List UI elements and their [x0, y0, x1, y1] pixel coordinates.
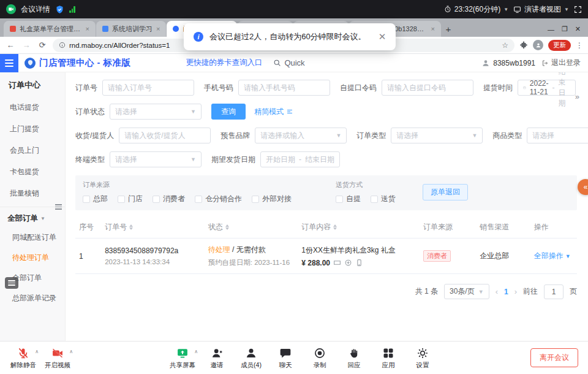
tab-close-icon[interactable]: × — [156, 25, 160, 32]
goods-type-select[interactable]: 请选择 ▼ — [527, 128, 588, 143]
browser-menu-icon[interactable]: ⋮ — [576, 41, 583, 50]
sort-icon[interactable] — [225, 224, 229, 230]
browser-update-button[interactable]: 更新 — [548, 40, 571, 51]
sidebar-item-city-delivery-orders[interactable]: 同城配送订单 — [0, 227, 65, 248]
forward-icon[interactable]: → — [21, 40, 32, 50]
all-actions-dropdown[interactable]: 全部操作 ▼ — [534, 251, 571, 261]
checkbox-hq[interactable]: 总部 — [83, 194, 108, 204]
chevron-down-icon: ▼ — [472, 132, 477, 139]
share-screen-button[interactable]: 共享屏幕 ∧ — [165, 346, 200, 370]
meeting-details-button[interactable]: 会议详情 — [21, 4, 50, 15]
goto-page-input[interactable] — [544, 284, 564, 299]
leave-meeting-button[interactable]: 离开会议 — [530, 348, 578, 367]
unmute-button[interactable]: 解除静音 ∧ — [6, 346, 40, 370]
presale-brand-select[interactable]: 请选择或输入 ▼ — [255, 128, 347, 143]
url-text: rnd.maboy.cn/AllOrder?status=1 — [69, 42, 170, 49]
chevron-up-icon[interactable]: ∧ — [194, 349, 198, 354]
expected-ship-date-range[interactable]: 开始日期 - 结束日期 — [260, 151, 340, 167]
back-icon[interactable]: ← — [5, 40, 16, 50]
phone-icon[interactable] — [355, 259, 363, 267]
col-order-no[interactable]: 订单号 — [101, 216, 205, 239]
pickup-code-input[interactable] — [382, 80, 473, 96]
terminal-type-select[interactable]: 请选择 ▼ — [110, 151, 202, 167]
quick-search-button[interactable]: Quick — [273, 58, 304, 67]
menu-hamburger-button[interactable] — [0, 54, 18, 72]
window-maximize-button[interactable]: ❐ — [562, 25, 568, 33]
total-count: 共 1 条 — [415, 286, 438, 297]
new-tab-button[interactable]: + — [442, 22, 455, 36]
user-account[interactable]: 8385wb1991 — [481, 59, 535, 67]
receiver-input[interactable] — [119, 128, 211, 143]
apps-button[interactable]: 应用 — [371, 346, 405, 370]
checkbox-icon — [371, 196, 378, 203]
tab-close-icon[interactable]: × — [86, 25, 89, 32]
reload-icon[interactable]: ⟳ — [37, 40, 48, 50]
toast-close-icon[interactable]: ✕ — [379, 31, 386, 42]
col-status[interactable]: 状态 — [205, 216, 298, 239]
chevron-up-icon[interactable]: ∧ — [69, 349, 73, 354]
order-no-input[interactable] — [102, 80, 194, 96]
coupon-icon[interactable] — [333, 259, 341, 267]
bookmark-star-icon[interactable]: ☆ — [502, 41, 508, 50]
extensions-puzzle-icon[interactable] — [519, 41, 528, 50]
next-page-button[interactable]: › — [514, 287, 517, 296]
col-source: 订单来源 — [420, 216, 476, 239]
checkbox-consumer[interactable]: 消费者 — [153, 194, 185, 204]
checkbox-warehouse-coop[interactable]: 仓分销合作 — [195, 194, 242, 204]
invite-button[interactable]: 邀请 — [200, 346, 234, 370]
window-close-button[interactable]: ✕ — [575, 25, 581, 33]
screen-share-icon — [176, 347, 189, 359]
fullscreen-icon[interactable] — [574, 6, 582, 13]
col-content[interactable]: 订单内容 — [298, 216, 420, 239]
gift-icon[interactable] — [344, 259, 352, 267]
sidebar-item-pending-orders[interactable]: 待处理订单 — [0, 248, 65, 268]
sidebar-item-phone-pickup[interactable]: 电话提货 — [0, 97, 65, 118]
sort-icon[interactable] — [129, 224, 133, 230]
simple-mode-toggle[interactable]: 精简模式 — [254, 107, 293, 117]
order-number[interactable]: 83859345088979792a — [105, 246, 201, 255]
record-button[interactable]: 录制 — [303, 346, 337, 370]
window-minimize-button[interactable]: — — [548, 26, 554, 33]
logout-button[interactable]: 退出登录 — [541, 58, 581, 68]
settings-button[interactable]: 设置 — [405, 346, 440, 370]
current-page[interactable]: 1 — [504, 288, 508, 296]
drag-handle-icon[interactable] — [55, 204, 62, 210]
checkbox-delivery[interactable]: 送货 — [371, 194, 396, 204]
site-header: 门店管理中心 - 标准版 更快捷的券卡查询入口 Quick 8385wb1991… — [0, 54, 588, 72]
page-size-select[interactable]: 30条/页 ▼ — [444, 284, 489, 299]
meeting-app-icon[interactable] — [6, 4, 16, 14]
order-type-select[interactable]: 请选择 ▼ — [391, 128, 483, 143]
coupon-query-link[interactable]: 更快捷的券卡查询入口 — [186, 58, 262, 68]
security-shield-icon[interactable] — [55, 5, 64, 14]
reaction-button[interactable]: 回应 — [337, 346, 371, 370]
tab-close-icon[interactable]: × — [431, 25, 434, 32]
checkbox-store[interactable]: 门店 — [118, 194, 143, 204]
browser-profile-avatar[interactable] — [533, 40, 543, 50]
chat-button[interactable]: 聊天 — [268, 346, 303, 370]
browser-tab[interactable]: 系统培训学习 × — [96, 21, 166, 37]
sidebar-item-door-pickup[interactable]: 上门提货 — [0, 118, 65, 140]
original-order-return-button[interactable]: 原单退回 — [423, 184, 468, 200]
floating-menu-button[interactable] — [5, 277, 18, 289]
sidebar-group-all-orders[interactable]: 全部订单 ▼ — [0, 207, 65, 227]
sidebar-item-member-visit[interactable]: 会员上门 — [0, 140, 65, 161]
checkbox-self-pickup[interactable]: 自提 — [336, 194, 361, 204]
prev-page-button[interactable]: ‹ — [496, 287, 498, 296]
view-mode-selector[interactable]: 演讲者视图 ▼ — [513, 4, 569, 15]
sidebar-item-hq-dispatch-records[interactable]: 总部派单记录 — [0, 288, 65, 308]
panel-expand-icon[interactable]: » — [575, 92, 579, 101]
meeting-timer[interactable]: 23:32(60分钟) ▼ — [444, 4, 508, 15]
checkbox-external[interactable]: 外部对接 — [252, 194, 292, 204]
start-video-button[interactable]: 开启视频 ∧ — [40, 346, 75, 370]
sidebar-item-card-pickup[interactable]: 卡包提货 — [0, 161, 65, 183]
sort-icon[interactable] — [333, 224, 337, 230]
sidebar-item-batch-verify[interactable]: 批量核销 — [0, 183, 65, 204]
members-button[interactable]: 成员(4) — [234, 346, 268, 370]
chevron-up-icon[interactable]: ∧ — [35, 349, 39, 354]
site-info-icon[interactable] — [59, 42, 66, 48]
browser-tab[interactable]: 礼盒菜单平台管理中心 × — [4, 21, 96, 37]
phone-input[interactable] — [238, 80, 330, 96]
pickup-date-range[interactable]: 2022-11-21 - 结束日期 — [518, 80, 576, 96]
order-status-select[interactable]: 请选择 ▼ — [110, 104, 202, 120]
search-button[interactable]: 查询 — [211, 104, 246, 120]
